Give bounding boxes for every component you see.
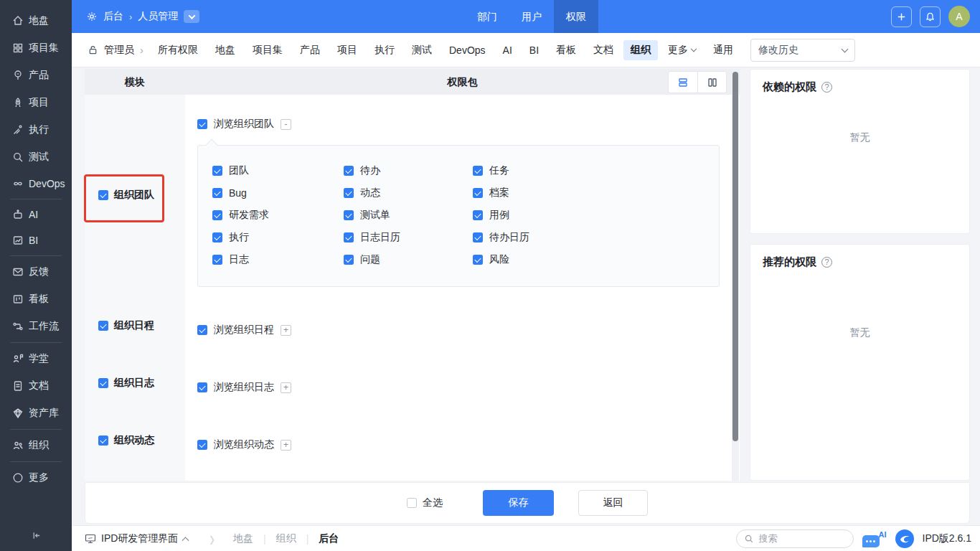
tab-org[interactable]: 组织 <box>623 40 658 60</box>
module-row-org-team: 组织团队 <box>85 189 185 202</box>
sidebar-item-school[interactable]: 学堂 <box>0 345 72 372</box>
checkbox-bug[interactable] <box>212 188 222 198</box>
footer-crumb-org[interactable]: 组织 <box>276 532 296 545</box>
checkbox-team[interactable] <box>212 166 222 176</box>
footer-crumb-dipan[interactable]: 地盘 <box>233 532 253 545</box>
sidebar-item-more[interactable]: 更多 <box>0 464 72 491</box>
select-all[interactable]: 全选 <box>407 496 443 509</box>
help-icon[interactable]: ? <box>821 257 832 268</box>
checkbox-dynamic[interactable] <box>344 188 354 198</box>
add-button[interactable] <box>891 6 912 27</box>
sidebar-item-execution[interactable]: 执行 <box>0 116 72 143</box>
checkbox-org-schedule[interactable] <box>98 321 108 331</box>
sidebar-item-dipan[interactable]: 地盘 <box>0 7 72 34</box>
recommended-empty-text: 暂无 <box>750 326 969 339</box>
tab-department[interactable]: 部门 <box>465 0 509 33</box>
sidebar-item-project[interactable]: 项目 <box>0 89 72 116</box>
tab-kanban[interactable]: 看板 <box>549 40 583 60</box>
checkbox-log[interactable] <box>212 255 222 265</box>
tab-execution[interactable]: 执行 <box>367 40 402 60</box>
checkbox-todo[interactable] <box>344 166 354 176</box>
tab-general[interactable]: 通用 <box>706 40 740 60</box>
avatar[interactable]: A <box>948 6 970 27</box>
subperm-story: 研发需求 <box>212 209 344 222</box>
role-name[interactable]: 管理员 <box>104 44 134 57</box>
tab-all-permissions[interactable]: 所有权限 <box>151 40 205 60</box>
subperm-risk: 风险 <box>473 253 719 266</box>
notification-bell-icon[interactable] <box>920 6 941 27</box>
footer-search[interactable] <box>736 529 854 548</box>
tab-test[interactable]: 测试 <box>405 40 439 60</box>
history-select[interactable]: 修改历史 <box>750 39 855 62</box>
checkbox-execution[interactable] <box>212 232 222 242</box>
checkbox-org-dynamic[interactable] <box>98 435 108 446</box>
sidebar-item-org[interactable]: 组织 <box>0 432 72 459</box>
checkbox-log-calendar[interactable] <box>344 232 354 242</box>
sidebar-collapse-icon[interactable] <box>0 526 72 545</box>
checkbox-org-team[interactable] <box>98 190 108 200</box>
checkbox-archive[interactable] <box>473 188 483 198</box>
ai-assistant-icon[interactable]: AI <box>862 530 887 547</box>
checkbox-story[interactable] <box>212 210 222 220</box>
checkbox-task[interactable] <box>473 166 483 176</box>
topbar-tabs: 部门 用户 权限 <box>465 0 598 33</box>
expand-plus-icon[interactable]: + <box>281 325 291 336</box>
help-icon[interactable]: ? <box>821 82 832 93</box>
tab-program[interactable]: 项目集 <box>245 40 290 60</box>
sidebar-item-feedback[interactable]: 反馈 <box>0 258 72 286</box>
sidebar-item-test[interactable]: 测试 <box>0 143 72 171</box>
back-button[interactable]: 返回 <box>578 490 648 516</box>
tab-permission[interactable]: 权限 <box>554 0 598 33</box>
checkbox-case[interactable] <box>473 210 483 220</box>
tab-project[interactable]: 项目 <box>330 40 364 60</box>
list-view-button[interactable] <box>669 72 697 93</box>
sidebar-item-devops[interactable]: DevOps <box>0 171 72 197</box>
checkbox-issue[interactable] <box>344 255 354 265</box>
column-view-button[interactable] <box>697 72 726 93</box>
footer-crumb-admin[interactable]: 后台 <box>319 532 339 545</box>
tab-user[interactable]: 用户 <box>509 0 554 33</box>
checkbox-browse-org-log[interactable] <box>197 382 207 392</box>
tab-dipan[interactable]: 地盘 <box>208 40 242 60</box>
checkbox-testtask[interactable] <box>344 210 354 220</box>
scrollbar[interactable] <box>732 69 739 481</box>
sidebar-item-product[interactable]: 产品 <box>0 62 72 89</box>
breadcrumb-app[interactable]: 后台 <box>103 10 123 23</box>
module-column <box>85 95 185 481</box>
tab-ai[interactable]: AI <box>496 41 519 60</box>
collapse-minus-icon[interactable]: - <box>281 119 291 130</box>
tab-bi[interactable]: BI <box>522 41 546 60</box>
tab-doc[interactable]: 文档 <box>586 40 621 60</box>
checkbox-risk[interactable] <box>473 255 483 265</box>
breadcrumb-dropdown-icon[interactable] <box>184 10 199 23</box>
checkbox-todo-calendar[interactable] <box>473 232 483 242</box>
save-button[interactable]: 保存 <box>483 490 554 516</box>
checkbox-browse-org-team[interactable] <box>197 119 207 129</box>
app-switcher[interactable]: IPD研发管理界面 <box>85 532 188 545</box>
expand-plus-icon[interactable]: + <box>281 440 291 451</box>
rocket-icon <box>12 97 24 108</box>
sidebar-item-kanban[interactable]: 看板 <box>0 286 72 313</box>
select-all-checkbox[interactable] <box>407 498 417 508</box>
checkbox-browse-org-schedule[interactable] <box>197 325 207 335</box>
checkbox-browse-org-dynamic[interactable] <box>197 440 207 450</box>
module-row-org-schedule: 组织日程 <box>85 319 185 332</box>
sidebar-item-doc[interactable]: 文档 <box>0 372 72 400</box>
subperm-bug: Bug <box>212 187 344 199</box>
tab-more[interactable]: 更多 <box>661 40 703 60</box>
expand-plus-icon[interactable]: + <box>281 382 291 393</box>
chevron-down-icon <box>842 45 849 52</box>
sidebar-item-ai[interactable]: AI <box>0 202 72 227</box>
search-input[interactable] <box>759 533 838 544</box>
tab-product[interactable]: 产品 <box>293 40 327 60</box>
scrollbar-thumb[interactable] <box>732 72 738 441</box>
sidebar-item-program[interactable]: 项目集 <box>0 34 72 62</box>
breadcrumb-page[interactable]: 人员管理 <box>138 10 178 23</box>
sidebar-item-workflow[interactable]: 工作流 <box>0 313 72 340</box>
zentao-logo-icon[interactable] <box>895 529 914 548</box>
sidebar-item-assets[interactable]: 资产库 <box>0 400 72 427</box>
checkbox-org-log[interactable] <box>98 378 108 388</box>
sidebar-item-bi[interactable]: BI <box>0 227 72 253</box>
bulb-pin-icon <box>12 70 24 81</box>
tab-devops[interactable]: DevOps <box>442 41 493 60</box>
